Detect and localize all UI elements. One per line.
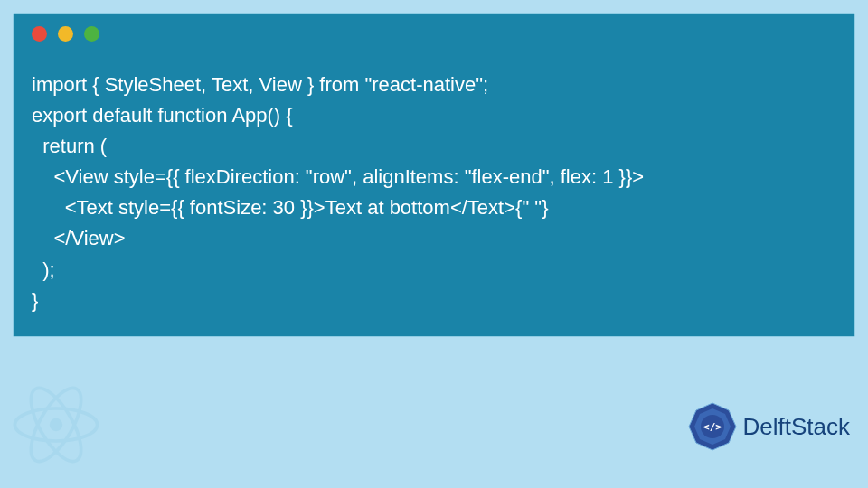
react-watermark-icon (0, 371, 119, 479)
brand-logo: </> DelftStack (685, 399, 851, 454)
brand-name: DelftStack (743, 413, 851, 441)
code-block: import { StyleSheet, Text, View } from "… (14, 53, 854, 336)
brand-badge-icon: </> (685, 399, 740, 454)
close-icon[interactable] (32, 26, 47, 42)
svg-text:</>: </> (703, 421, 722, 433)
minimize-icon[interactable] (58, 26, 73, 42)
brand-name-left: Delft (743, 413, 791, 440)
maximize-icon[interactable] (84, 26, 99, 42)
brand-name-right: Stack (791, 413, 850, 440)
svg-point-3 (50, 418, 62, 431)
code-window: import { StyleSheet, Text, View } from "… (13, 13, 855, 337)
window-titlebar (14, 14, 854, 53)
